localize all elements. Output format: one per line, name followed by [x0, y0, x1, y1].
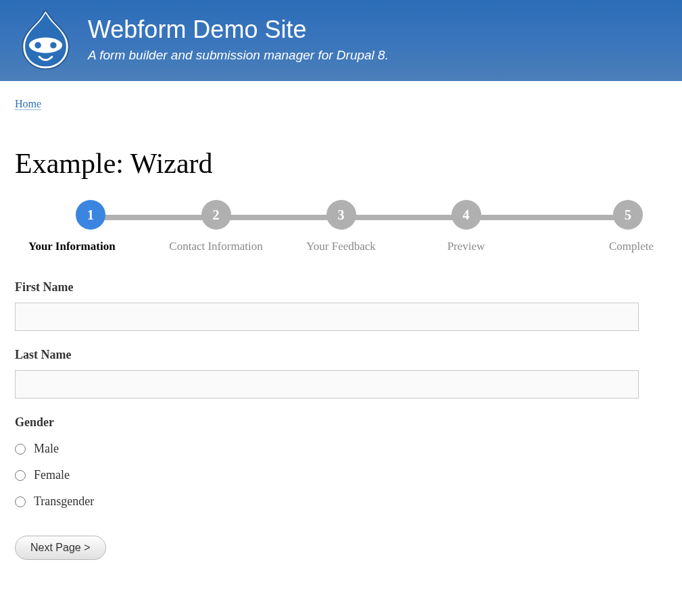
drupal-logo-icon: [14, 7, 78, 71]
wizard-step-3: 3 Your Feedback: [278, 200, 404, 253]
site-slogan: A form builder and submission manager fo…: [88, 48, 389, 63]
first-name-label: First Name: [15, 280, 667, 294]
gender-radio-transgender[interactable]: [15, 496, 26, 507]
svg-point-2: [50, 42, 57, 49]
gender-radio-male[interactable]: [15, 444, 26, 455]
breadcrumb: Home: [15, 98, 667, 110]
svg-point-1: [34, 42, 41, 49]
wizard-step-5: 5 Complete: [529, 200, 654, 253]
last-name-group: Last Name: [15, 348, 667, 399]
step-label: Contact Information: [169, 240, 262, 253]
first-name-group: First Name: [15, 280, 667, 331]
wizard-step-2: 2 Contact Information: [153, 200, 278, 253]
wizard-step-4: 4 Preview: [404, 200, 529, 253]
step-label: Your Information: [28, 240, 116, 253]
gender-option: Male: [15, 442, 667, 456]
svg-point-0: [29, 38, 62, 53]
last-name-input[interactable]: [15, 370, 639, 399]
wizard-progress: 1 Your Information 2 Contact Information…: [15, 200, 667, 253]
gender-option: Female: [15, 468, 667, 482]
wizard-step-1: 1 Your Information: [28, 200, 153, 253]
step-number: 1: [76, 200, 105, 230]
step-label: Preview: [447, 240, 485, 253]
page-title: Example: Wizard: [15, 147, 667, 180]
gender-option-label[interactable]: Male: [34, 442, 59, 456]
breadcrumb-home-link[interactable]: Home: [15, 98, 41, 110]
last-name-label: Last Name: [15, 348, 667, 362]
first-name-input[interactable]: [15, 303, 639, 331]
step-number: 3: [326, 200, 356, 230]
next-page-button[interactable]: Next Page >: [15, 536, 106, 560]
step-number: 5: [613, 200, 643, 230]
step-label: Complete: [609, 240, 654, 253]
step-number: 4: [452, 200, 481, 230]
site-title: Webform Demo Site: [88, 16, 389, 44]
gender-label: Gender: [15, 415, 667, 430]
main-content: Home Example: Wizard 1 Your Information …: [0, 81, 682, 577]
gender-option-label[interactable]: Female: [34, 468, 70, 482]
site-header: Webform Demo Site A form builder and sub…: [0, 0, 682, 81]
gender-group: Gender Male Female Transgender: [15, 415, 667, 509]
step-number: 2: [201, 200, 231, 230]
gender-option: Transgender: [15, 494, 667, 509]
gender-radio-female[interactable]: [15, 470, 26, 481]
form-actions: Next Page >: [15, 536, 667, 560]
step-label: Your Feedback: [306, 240, 376, 253]
gender-option-label[interactable]: Transgender: [34, 494, 94, 509]
